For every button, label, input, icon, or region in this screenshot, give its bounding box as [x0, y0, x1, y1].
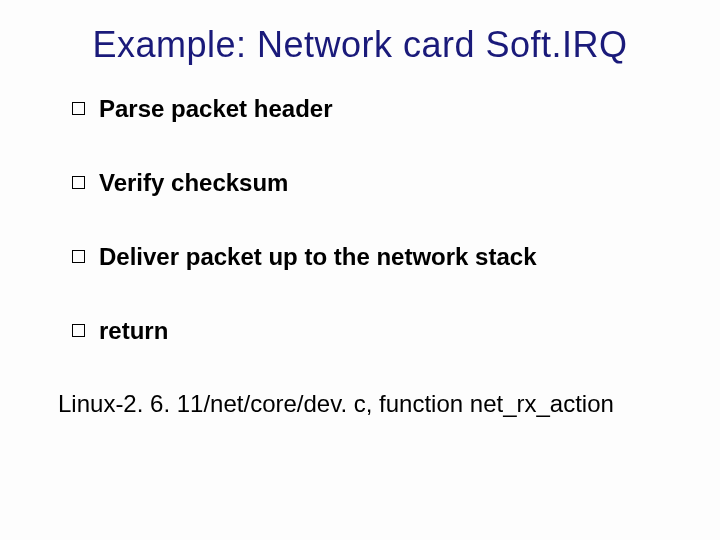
list-item-label: Verify checksum [99, 168, 288, 198]
list-item-label: Parse packet header [99, 94, 332, 124]
list-item: return [72, 316, 680, 346]
bullet-list: Parse packet header Verify checksum Deli… [72, 94, 680, 346]
list-item-label: Deliver packet up to the network stack [99, 242, 536, 272]
slide: Example: Network card Soft.IRQ Parse pac… [0, 0, 720, 540]
square-bullet-icon [72, 102, 85, 115]
list-item-label: return [99, 316, 168, 346]
square-bullet-icon [72, 250, 85, 263]
square-bullet-icon [72, 176, 85, 189]
footnote: Linux-2. 6. 11/net/core/dev. c, function… [58, 390, 680, 418]
list-item: Verify checksum [72, 168, 680, 198]
list-item: Parse packet header [72, 94, 680, 124]
page-title: Example: Network card Soft.IRQ [40, 24, 680, 66]
square-bullet-icon [72, 324, 85, 337]
list-item: Deliver packet up to the network stack [72, 242, 680, 272]
